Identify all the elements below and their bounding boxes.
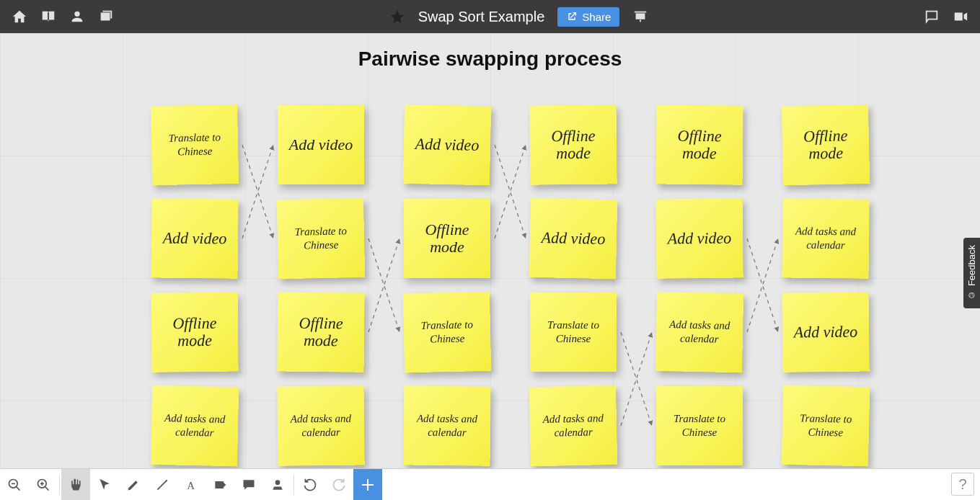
sticky-note[interactable]: Add tasks and calendar <box>655 292 743 372</box>
canvas[interactable]: Pairwise swapping process Translate to C… <box>0 33 980 468</box>
swap-arrow <box>495 145 526 238</box>
person-icon[interactable] <box>69 9 85 24</box>
sticky-note[interactable]: Add video <box>151 198 238 278</box>
comment-tool[interactable] <box>234 469 263 500</box>
swap-arrow <box>621 332 652 426</box>
sticky-note[interactable]: Add tasks and calendar <box>529 385 617 466</box>
feedback-label: Feedback <box>966 245 977 286</box>
swap-arrow <box>747 238 778 332</box>
sticky-note[interactable]: Add video <box>403 104 491 185</box>
pan-tool[interactable] <box>61 469 90 500</box>
swap-arrow <box>242 145 273 238</box>
divider <box>293 475 294 495</box>
svg-line-4 <box>45 486 49 490</box>
sticky-note[interactable]: Add tasks and calendar <box>277 385 364 465</box>
swap-arrow <box>747 238 778 332</box>
feedback-tab[interactable]: ☺ Feedback <box>963 238 980 308</box>
sticky-note[interactable]: Translate to Chinese <box>656 386 743 465</box>
present-icon[interactable] <box>632 9 648 24</box>
zoom-in-button[interactable] <box>29 469 58 500</box>
sticky-note[interactable]: Translate to Chinese <box>530 293 617 372</box>
select-tool[interactable] <box>90 469 119 500</box>
zoom-out-button[interactable] <box>0 469 29 500</box>
topbar-left <box>0 9 125 24</box>
sticky-note[interactable]: Offline mode <box>404 199 490 278</box>
svg-rect-9 <box>215 481 224 488</box>
home-icon[interactable] <box>12 9 27 24</box>
sticky-note[interactable]: Add video <box>278 105 364 184</box>
undo-button[interactable] <box>296 469 325 500</box>
canvas-title[interactable]: Pairwise swapping process <box>0 48 980 71</box>
svg-text:A: A <box>187 479 195 491</box>
share-button-label: Share <box>582 11 611 23</box>
topbar: Swap Sort Example Share <box>0 0 980 33</box>
sticky-note[interactable]: Add video <box>529 198 617 279</box>
swap-arrow <box>368 238 399 332</box>
gallery-icon[interactable] <box>98 9 114 24</box>
sticky-note[interactable]: Offline mode <box>277 292 364 372</box>
swap-arrow <box>621 332 652 426</box>
sticky-note[interactable]: Add video <box>655 198 743 278</box>
sticky-note[interactable]: Offline mode <box>529 104 617 184</box>
sticky-note[interactable]: Add tasks and calendar <box>151 385 239 466</box>
text-tool[interactable]: A <box>177 469 206 500</box>
svg-line-7 <box>157 480 167 489</box>
sticky-note[interactable]: Add tasks and calendar <box>782 198 869 278</box>
sticky-note[interactable]: Add video <box>782 292 869 372</box>
pen-tool[interactable] <box>119 469 148 500</box>
sticky-note[interactable]: Translate to Chinese <box>782 385 870 466</box>
svg-line-1 <box>17 486 20 490</box>
shape-tool[interactable] <box>206 469 234 500</box>
star-icon[interactable] <box>389 9 405 24</box>
sticky-note[interactable]: Translate to Chinese <box>277 198 365 279</box>
sticky-note[interactable]: Offline mode <box>151 292 238 372</box>
help-button[interactable]: ? <box>951 473 974 496</box>
sticky-note[interactable]: Offline mode <box>655 104 743 184</box>
sticky-note[interactable]: Add tasks and calendar <box>403 385 490 465</box>
redo-button[interactable] <box>325 469 353 500</box>
swap-arrow <box>242 145 273 238</box>
swap-arrow <box>495 145 526 238</box>
sticky-board: Translate to ChineseAdd videoOffline mod… <box>151 105 916 468</box>
swap-arrow <box>368 238 399 332</box>
topbar-center: Swap Sort Example Share <box>125 7 912 27</box>
document-title[interactable]: Swap Sort Example <box>418 9 545 25</box>
divider <box>59 475 60 495</box>
frame-tool[interactable] <box>263 469 292 500</box>
add-button[interactable] <box>353 469 382 500</box>
smiley-icon: ☺ <box>966 290 977 301</box>
sticky-note[interactable]: Translate to Chinese <box>403 292 491 372</box>
video-icon[interactable] <box>953 9 968 24</box>
chat-icon[interactable] <box>924 9 940 24</box>
share-button[interactable]: Share <box>557 7 619 27</box>
sticky-note[interactable]: Translate to Chinese <box>151 104 239 185</box>
bottombar: A ? <box>0 468 980 500</box>
book-icon[interactable] <box>40 9 56 24</box>
line-tool[interactable] <box>148 469 177 500</box>
sticky-note[interactable]: Offline mode <box>782 104 870 185</box>
topbar-right <box>912 9 980 24</box>
